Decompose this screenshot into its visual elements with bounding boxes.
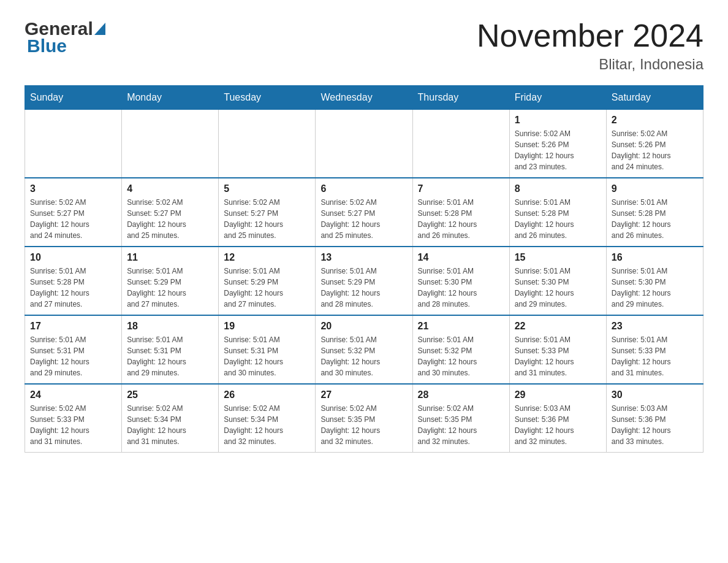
calendar-cell: 12Sunrise: 5:01 AMSunset: 5:29 PMDayligh…	[219, 247, 316, 315]
calendar-cell: 7Sunrise: 5:01 AMSunset: 5:28 PMDaylight…	[412, 178, 509, 247]
weekday-header-tuesday: Tuesday	[219, 86, 316, 110]
calendar-cell: 17Sunrise: 5:01 AMSunset: 5:31 PMDayligh…	[25, 315, 122, 384]
day-info: Sunrise: 5:01 AMSunset: 5:29 PMDaylight:…	[320, 266, 407, 310]
day-info: Sunrise: 5:01 AMSunset: 5:29 PMDaylight:…	[127, 266, 213, 310]
day-number: 15	[515, 252, 601, 263]
calendar-cell: 13Sunrise: 5:01 AMSunset: 5:29 PMDayligh…	[316, 247, 412, 315]
calendar-cell	[412, 110, 509, 178]
day-info: Sunrise: 5:01 AMSunset: 5:30 PMDaylight:…	[418, 266, 504, 310]
day-number: 23	[612, 321, 698, 332]
day-info: Sunrise: 5:01 AMSunset: 5:29 PMDaylight:…	[224, 266, 310, 310]
week-row-3: 10Sunrise: 5:01 AMSunset: 5:28 PMDayligh…	[25, 247, 703, 315]
day-info: Sunrise: 5:01 AMSunset: 5:30 PMDaylight:…	[515, 266, 601, 310]
week-row-2: 3Sunrise: 5:02 AMSunset: 5:27 PMDaylight…	[25, 178, 703, 247]
day-number: 16	[612, 252, 698, 263]
day-info: Sunrise: 5:01 AMSunset: 5:31 PMDaylight:…	[224, 334, 310, 378]
calendar-cell: 20Sunrise: 5:01 AMSunset: 5:32 PMDayligh…	[316, 315, 412, 384]
day-number: 10	[30, 252, 116, 263]
calendar-cell	[25, 110, 122, 178]
day-number: 9	[612, 183, 698, 194]
logo: General Blue	[25, 18, 105, 56]
weekday-header-friday: Friday	[509, 86, 606, 110]
day-info: Sunrise: 5:02 AMSunset: 5:34 PMDaylight:…	[127, 403, 213, 447]
week-row-4: 17Sunrise: 5:01 AMSunset: 5:31 PMDayligh…	[25, 315, 703, 384]
day-info: Sunrise: 5:01 AMSunset: 5:30 PMDaylight:…	[612, 266, 698, 310]
calendar-cell: 18Sunrise: 5:01 AMSunset: 5:31 PMDayligh…	[122, 315, 219, 384]
day-number: 2	[612, 115, 698, 126]
day-number: 12	[224, 252, 310, 263]
day-number: 8	[515, 183, 601, 194]
day-info: Sunrise: 5:01 AMSunset: 5:31 PMDaylight:…	[30, 334, 116, 378]
day-number: 26	[224, 389, 310, 400]
day-number: 27	[320, 389, 407, 400]
day-info: Sunrise: 5:02 AMSunset: 5:26 PMDaylight:…	[612, 128, 698, 172]
weekday-header-sunday: Sunday	[25, 86, 122, 110]
calendar-cell: 9Sunrise: 5:01 AMSunset: 5:28 PMDaylight…	[606, 178, 703, 247]
day-number: 30	[612, 389, 698, 400]
weekday-header-saturday: Saturday	[606, 86, 703, 110]
day-info: Sunrise: 5:03 AMSunset: 5:36 PMDaylight:…	[612, 403, 698, 447]
calendar-cell: 2Sunrise: 5:02 AMSunset: 5:26 PMDaylight…	[606, 110, 703, 178]
calendar-cell: 16Sunrise: 5:01 AMSunset: 5:30 PMDayligh…	[606, 247, 703, 315]
calendar-cell: 30Sunrise: 5:03 AMSunset: 5:36 PMDayligh…	[606, 384, 703, 453]
calendar-cell: 8Sunrise: 5:01 AMSunset: 5:28 PMDaylight…	[509, 178, 606, 247]
calendar-cell: 24Sunrise: 5:02 AMSunset: 5:33 PMDayligh…	[25, 384, 122, 453]
calendar-subtitle: Blitar, Indonesia	[477, 56, 703, 73]
day-number: 6	[320, 183, 407, 194]
day-info: Sunrise: 5:01 AMSunset: 5:32 PMDaylight:…	[418, 334, 504, 378]
calendar-cell: 23Sunrise: 5:01 AMSunset: 5:33 PMDayligh…	[606, 315, 703, 384]
calendar-cell: 11Sunrise: 5:01 AMSunset: 5:29 PMDayligh…	[122, 247, 219, 315]
calendar-table: SundayMondayTuesdayWednesdayThursdayFrid…	[25, 85, 703, 453]
weekday-header-row: SundayMondayTuesdayWednesdayThursdayFrid…	[25, 86, 703, 110]
day-info: Sunrise: 5:01 AMSunset: 5:28 PMDaylight:…	[515, 197, 601, 241]
day-info: Sunrise: 5:01 AMSunset: 5:28 PMDaylight:…	[612, 197, 698, 241]
title-area: November 2024 Blitar, Indonesia	[477, 18, 703, 73]
day-info: Sunrise: 5:01 AMSunset: 5:28 PMDaylight:…	[30, 266, 116, 310]
day-info: Sunrise: 5:02 AMSunset: 5:34 PMDaylight:…	[224, 403, 310, 447]
day-info: Sunrise: 5:01 AMSunset: 5:32 PMDaylight:…	[320, 334, 407, 378]
logo-blue-text: Blue	[25, 36, 67, 56]
header: General Blue November 2024 Blitar, Indon…	[25, 18, 703, 73]
week-row-5: 24Sunrise: 5:02 AMSunset: 5:33 PMDayligh…	[25, 384, 703, 453]
day-info: Sunrise: 5:01 AMSunset: 5:33 PMDaylight:…	[612, 334, 698, 378]
day-number: 25	[127, 389, 213, 400]
calendar-cell: 10Sunrise: 5:01 AMSunset: 5:28 PMDayligh…	[25, 247, 122, 315]
day-info: Sunrise: 5:03 AMSunset: 5:36 PMDaylight:…	[515, 403, 601, 447]
day-number: 4	[127, 183, 213, 194]
day-number: 14	[418, 252, 504, 263]
calendar-title: November 2024	[477, 18, 703, 53]
day-number: 17	[30, 321, 116, 332]
day-info: Sunrise: 5:02 AMSunset: 5:27 PMDaylight:…	[30, 197, 116, 241]
day-number: 3	[30, 183, 116, 194]
day-info: Sunrise: 5:02 AMSunset: 5:27 PMDaylight:…	[320, 197, 407, 241]
day-number: 24	[30, 389, 116, 400]
calendar-cell: 19Sunrise: 5:01 AMSunset: 5:31 PMDayligh…	[219, 315, 316, 384]
day-number: 11	[127, 252, 213, 263]
logo-triangle-icon	[94, 23, 105, 35]
day-number: 7	[418, 183, 504, 194]
day-info: Sunrise: 5:02 AMSunset: 5:35 PMDaylight:…	[320, 403, 407, 447]
day-info: Sunrise: 5:02 AMSunset: 5:27 PMDaylight:…	[127, 197, 213, 241]
day-number: 13	[320, 252, 407, 263]
calendar-cell: 14Sunrise: 5:01 AMSunset: 5:30 PMDayligh…	[412, 247, 509, 315]
day-info: Sunrise: 5:02 AMSunset: 5:26 PMDaylight:…	[515, 128, 601, 172]
day-info: Sunrise: 5:01 AMSunset: 5:31 PMDaylight:…	[127, 334, 213, 378]
calendar-cell: 26Sunrise: 5:02 AMSunset: 5:34 PMDayligh…	[219, 384, 316, 453]
day-number: 19	[224, 321, 310, 332]
calendar-cell: 29Sunrise: 5:03 AMSunset: 5:36 PMDayligh…	[509, 384, 606, 453]
calendar-cell	[219, 110, 316, 178]
weekday-header-monday: Monday	[122, 86, 219, 110]
calendar-cell: 5Sunrise: 5:02 AMSunset: 5:27 PMDaylight…	[219, 178, 316, 247]
weekday-header-thursday: Thursday	[412, 86, 509, 110]
calendar-cell: 25Sunrise: 5:02 AMSunset: 5:34 PMDayligh…	[122, 384, 219, 453]
day-number: 18	[127, 321, 213, 332]
day-number: 20	[320, 321, 407, 332]
day-number: 5	[224, 183, 310, 194]
day-number: 22	[515, 321, 601, 332]
calendar-cell: 21Sunrise: 5:01 AMSunset: 5:32 PMDayligh…	[412, 315, 509, 384]
svg-marker-0	[94, 23, 105, 35]
day-info: Sunrise: 5:02 AMSunset: 5:27 PMDaylight:…	[224, 197, 310, 241]
day-number: 1	[515, 115, 601, 126]
weekday-header-wednesday: Wednesday	[316, 86, 412, 110]
day-info: Sunrise: 5:02 AMSunset: 5:33 PMDaylight:…	[30, 403, 116, 447]
